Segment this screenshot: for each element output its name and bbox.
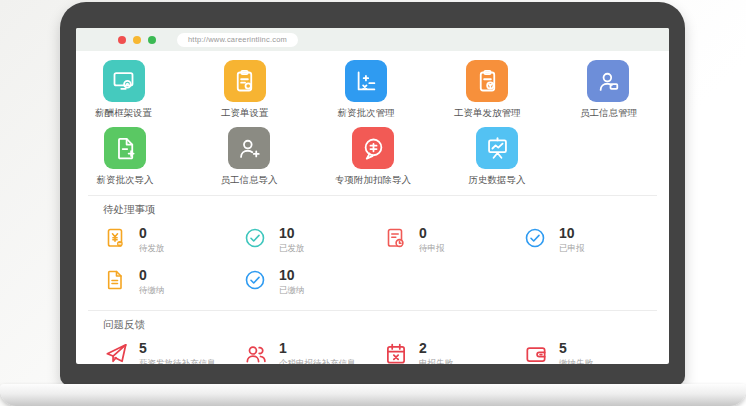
stat-pending-payment[interactable]: 0 待缴纳 [103, 268, 243, 297]
paper-plane-icon [103, 341, 127, 364]
app-label: 员工信息管理 [580, 107, 637, 120]
address-bar[interactable]: http://www.careerintlinc.com [177, 33, 298, 47]
app-payslip-distribution-management[interactable]: 工资单发放管理 [427, 60, 548, 120]
maximize-window-icon[interactable] [148, 36, 156, 44]
check-circle-icon [523, 226, 547, 250]
stat-label: 薪资发放待补充信息 [139, 358, 216, 364]
browser-window: http://www.careerintlinc.com 薪酬框架设置 工资单设… [76, 28, 669, 364]
app-payslip-settings[interactable]: 工资单设置 [184, 60, 305, 120]
stat-declaration-failed[interactable]: 2 申报失败 [383, 341, 523, 364]
app-label: 薪资批次管理 [338, 107, 395, 120]
stat-value: 5 [559, 341, 593, 355]
app-label: 历史数据导入 [469, 174, 526, 187]
stat-distributed[interactable]: 10 已发放 [243, 226, 383, 255]
feedback-section-title: 问题反馈 [76, 311, 669, 341]
check-circle-icon [243, 268, 267, 292]
stat-value: 0 [419, 226, 445, 240]
stat-value: 0 [139, 226, 165, 240]
person-card-icon [587, 60, 629, 102]
app-label: 薪酬框架设置 [95, 107, 152, 120]
pending-section-title: 待处理事项 [76, 196, 669, 226]
stat-value: 10 [279, 268, 305, 282]
stat-value: 0 [139, 268, 165, 282]
app-employee-info-management[interactable]: 员工信息管理 [548, 60, 669, 120]
stat-label: 已申报 [559, 243, 585, 255]
stat-label: 缴纳失败 [559, 358, 593, 364]
people-icon [243, 341, 267, 364]
doc-clock-icon [383, 226, 407, 250]
app-grid-row1: 薪酬框架设置 工资单设置 薪资批次管理 工资单发放管理 [76, 60, 669, 120]
app-employee-info-import[interactable]: 员工信息导入 [187, 127, 311, 187]
feedback-stats: 5 薪资发放待补充信息 1 个税申报待补充信息 2 申报 [76, 341, 669, 364]
monitor-gear-icon [103, 60, 145, 102]
minimize-window-icon[interactable] [133, 36, 141, 44]
stat-value: 10 [559, 226, 585, 240]
clipboard-coin-icon [466, 60, 508, 102]
stat-pending-distribution[interactable]: 0 待发放 [103, 226, 243, 255]
person-plus-icon [228, 127, 270, 169]
stat-label: 申报失败 [419, 358, 453, 364]
clipboard-gear-icon [224, 60, 266, 102]
stat-tax-info-needed[interactable]: 1 个税申报待补充信息 [243, 341, 383, 364]
stat-label: 待发放 [139, 243, 165, 255]
stat-declared[interactable]: 10 已申报 [523, 226, 663, 255]
tax-bubble-icon [352, 127, 394, 169]
stat-value: 5 [139, 341, 216, 355]
laptop-base [0, 384, 746, 406]
stat-paid[interactable]: 10 已缴纳 [243, 268, 383, 297]
app-salary-framework-settings[interactable]: 薪酬框架设置 [76, 60, 184, 120]
app-salary-batch-import[interactable]: 薪资批次导入 [76, 127, 187, 187]
stat-pending-declaration[interactable]: 0 待申报 [383, 226, 523, 255]
stat-payment-failed[interactable]: 5 缴纳失败 [523, 341, 663, 364]
check-circle-icon [243, 226, 267, 250]
doc-plus-icon [104, 127, 146, 169]
app-label: 工资单设置 [221, 107, 269, 120]
doc-lines-icon [103, 268, 127, 292]
stat-value: 10 [279, 226, 305, 240]
app-grid-row2: 薪资批次导入 员工信息导入 专项附加扣除导入 历史数据导入 [76, 127, 669, 187]
presentation-chart-icon [476, 127, 518, 169]
calendar-x-icon [383, 341, 407, 364]
stat-label: 待缴纳 [139, 285, 165, 297]
stat-value: 1 [279, 341, 356, 355]
app-label: 员工信息导入 [221, 174, 278, 187]
stat-label: 已缴纳 [279, 285, 305, 297]
stat-label: 个税申报待补充信息 [279, 358, 356, 364]
stat-label: 已发放 [279, 243, 305, 255]
app-special-deduction-import[interactable]: 专项附加扣除导入 [311, 127, 435, 187]
app-label: 专项附加扣除导入 [335, 174, 411, 187]
stat-value: 2 [419, 341, 453, 355]
app-salary-batch-management[interactable]: 薪资批次管理 [305, 60, 426, 120]
app-label: 薪资批次导入 [97, 174, 154, 187]
chart-axis-icon [345, 60, 387, 102]
stat-salary-info-needed[interactable]: 5 薪资发放待补充信息 [103, 341, 243, 364]
close-window-icon[interactable] [118, 36, 126, 44]
app-history-data-import[interactable]: 历史数据导入 [435, 127, 559, 187]
app-label: 工资单发放管理 [454, 107, 521, 120]
stat-label: 待申报 [419, 243, 445, 255]
wallet-icon [523, 341, 547, 364]
pending-stats: 0 待发放 10 已发放 0 待申报 [76, 226, 669, 310]
doc-yen-icon [103, 226, 127, 250]
screenshot-stage: http://www.careerintlinc.com 薪酬框架设置 工资单设… [0, 0, 746, 406]
browser-bar: http://www.careerintlinc.com [76, 28, 669, 51]
